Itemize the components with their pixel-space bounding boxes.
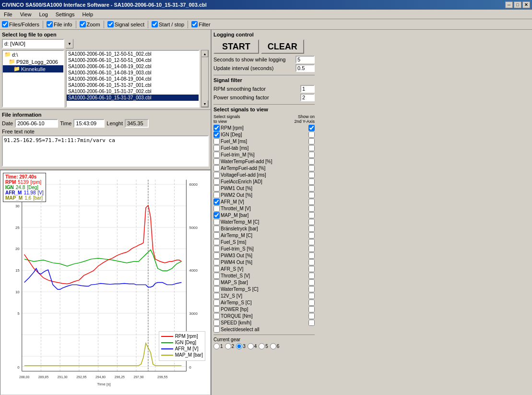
signal-check-torque[interactable] (213, 313, 220, 319)
close-button[interactable]: ✕ (522, 1, 530, 8)
dir-item-root[interactable]: 📁 d:\ (3, 51, 63, 58)
signal-2nd-pwm4[interactable] (308, 259, 315, 265)
signal-2nd-pwm3[interactable] (308, 252, 315, 259)
signal-2nd-throttels[interactable] (308, 273, 315, 279)
menu-settings[interactable]: Settings (54, 11, 77, 18)
date-input[interactable] (15, 119, 58, 128)
signal-check-throttels[interactable] (213, 273, 220, 279)
signal-check-maps[interactable] (213, 279, 220, 286)
file-item[interactable]: SA1000-2006-06-10_14-08-19_002.cbl (67, 63, 199, 70)
signal-2nd-afrs[interactable] (308, 266, 315, 272)
file-info-checkbox[interactable] (47, 21, 53, 27)
file-item[interactable]: SA1000-2006-06-10_14-08-19_003.cbl (67, 70, 199, 76)
signal-2nd-afrm[interactable] (308, 199, 315, 205)
file-item[interactable]: SA1000-2006-06-10_15-31-37_002.cbl (67, 88, 199, 95)
file-item-selected[interactable]: SA1000-2006-06-10_15-31-37_003.cbl (67, 95, 199, 101)
gear-radio-2[interactable] (225, 343, 231, 349)
signal-2nd-fuels[interactable] (308, 239, 315, 245)
signal-2nd-airtemps[interactable] (308, 299, 315, 306)
drive-dropdown-button[interactable]: ▼ (66, 39, 73, 48)
signal-check-bransletryck[interactable] (213, 226, 220, 232)
power-smoothing-input[interactable] (300, 94, 315, 101)
signal-2nd-power[interactable] (308, 306, 315, 312)
seconds-input[interactable] (296, 56, 315, 63)
menu-log[interactable]: Log (37, 11, 49, 18)
start-button[interactable]: START (213, 39, 259, 54)
signal-2nd-fuelm[interactable] (308, 138, 315, 144)
signal-2nd-bransletryck[interactable] (308, 226, 315, 232)
file-scrollbar[interactable]: ▲ ▼ (201, 50, 209, 108)
signal-check-watertemps[interactable] (213, 286, 220, 292)
file-item[interactable]: SA1000-2006-06-10_15-31-37_001.cbl (67, 82, 199, 88)
signal-check-voltagefuel[interactable] (213, 172, 220, 178)
signal-check-fueltrimm[interactable] (213, 152, 220, 158)
signal-2nd-airtempfuel[interactable] (308, 165, 315, 171)
signal-2nd-maps[interactable] (308, 279, 315, 286)
signal-check-watertempfuel[interactable] (213, 158, 220, 165)
signal-2nd-mapm[interactable] (308, 212, 315, 218)
signal-2nd-speed[interactable] (308, 320, 315, 326)
signal-check-fuels[interactable] (213, 239, 220, 245)
start-stop-checkbox[interactable] (152, 21, 158, 27)
signal-2nd-fuelaccentrich[interactable] (308, 179, 315, 185)
menu-help[interactable]: Help (81, 11, 95, 18)
rpm-smoothing-input[interactable] (300, 85, 315, 93)
signal-2nd-fueltrimm[interactable] (308, 152, 315, 158)
signal-2nd-fueltab[interactable] (308, 145, 315, 151)
signal-2nd-fueltrims[interactable] (308, 246, 315, 252)
filter-checkbox[interactable] (191, 21, 198, 27)
gear-radio-4[interactable] (248, 343, 254, 349)
zoom-checkbox[interactable] (80, 21, 86, 27)
signal-2nd-voltagefuel[interactable] (308, 172, 315, 178)
signal-check-airtempm[interactable] (213, 232, 220, 239)
maximize-button[interactable]: □ (514, 1, 521, 8)
signal-2nd-ign[interactable] (308, 132, 315, 138)
signal-check-pwm3[interactable] (213, 252, 220, 259)
gear-radio-1[interactable] (213, 343, 220, 349)
clear-button[interactable]: CLEAR (261, 39, 304, 54)
signal-2nd-12vs[interactable] (308, 293, 315, 299)
signal-check-rpm[interactable] (213, 125, 220, 131)
signal-check-afrs[interactable] (213, 266, 220, 272)
directory-list[interactable]: 📁 d:\ 📁 P928_Logg_2006 📁 Kinnekulle (2, 50, 64, 108)
dir-item-p928[interactable]: 📁 P928_Logg_2006 (3, 58, 63, 65)
time-input[interactable] (73, 119, 105, 128)
drive-select[interactable]: d: [VAIO] (2, 39, 64, 48)
signal-check-speed[interactable] (213, 320, 220, 326)
signal-2nd-watertempfuel[interactable] (308, 158, 315, 165)
signal-2nd-pwm1[interactable] (308, 185, 315, 192)
signal-check-airtempfuel[interactable] (213, 165, 220, 171)
signal-2nd-airtempm[interactable] (308, 232, 315, 239)
free-text-area[interactable]: 91.25-162.95=71.7=1:11:7min/varv ca (2, 135, 209, 167)
file-item[interactable]: SA1000-2006-06-10_12-50-51_002.cbl (67, 51, 199, 57)
signal-select-checkbox[interactable] (107, 21, 114, 27)
signal-2nd-rpm[interactable] (308, 125, 315, 131)
signal-check-pwm1[interactable] (213, 185, 220, 192)
signal-check-afrm[interactable] (213, 199, 220, 205)
dir-item-kinnekulle[interactable]: 📁 Kinnekulle (3, 65, 63, 72)
signal-check-fueltrims[interactable] (213, 246, 220, 252)
gear-radio-5[interactable] (259, 343, 265, 349)
signal-2nd-watertemps[interactable] (308, 286, 315, 292)
signal-check-ign[interactable] (213, 132, 220, 138)
scroll-up-arrow[interactable]: ▲ (201, 50, 208, 57)
signal-check-watertempm[interactable] (213, 219, 220, 225)
signal-check-pwm2[interactable] (213, 192, 220, 198)
gear-radio-3[interactable] (236, 343, 242, 349)
signal-check-12vs[interactable] (213, 293, 220, 299)
signal-2nd-pwm2[interactable] (308, 192, 315, 198)
signal-2nd-watertempm[interactable] (308, 219, 315, 225)
menu-view[interactable]: View (18, 11, 34, 18)
signal-check-power[interactable] (213, 306, 220, 312)
signal-check-mapm[interactable] (213, 212, 220, 218)
file-list[interactable]: SA1000-2006-06-10_12-50-51_002.cbl SA100… (66, 50, 200, 108)
signal-2nd-throttelm[interactable] (308, 205, 315, 212)
length-input[interactable] (125, 119, 149, 128)
file-item[interactable]: SA1000-2006-06-10_12-50-51_004.cbl (67, 57, 199, 63)
signal-check-throttelm[interactable] (213, 205, 220, 212)
update-input[interactable] (296, 64, 315, 72)
scroll-down-arrow[interactable]: ▼ (201, 100, 208, 107)
gear-radio-6[interactable] (270, 343, 276, 349)
minimize-button[interactable]: ─ (505, 1, 513, 8)
signal-check-pwm4[interactable] (213, 259, 220, 265)
